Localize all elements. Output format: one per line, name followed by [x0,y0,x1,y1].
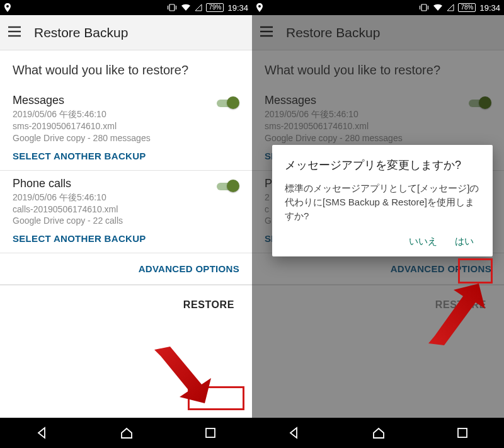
location-icon [256,3,263,12]
dialog-yes-button[interactable]: はい [449,231,480,253]
dialog-title: メッセージアプリを変更しますか? [285,158,480,173]
wifi-icon [433,4,443,11]
change-sms-app-dialog: メッセージアプリを変更しますか? 標準のメッセージアプリとして[メッセージ]の代… [272,145,493,256]
recents-button[interactable] [204,427,217,439]
messages-section: Messages 2019/05/06 午後5:46:10 sms-201905… [0,88,252,171]
dialog-body: 標準のメッセージアプリとして[メッセージ]の代わりに[SMS Backup & … [285,181,480,222]
dialog-actions: いいえ はい [285,231,480,253]
vibrate-icon [419,4,429,11]
calls-title: Phone calls [13,177,239,190]
messages-toggle[interactable] [217,96,239,109]
back-button[interactable] [35,426,49,440]
restore-row: RESTORE [0,285,252,325]
vibrate-icon [167,4,177,11]
app-title: Restore Backup [34,25,128,40]
status-bar: 78% 19:34 [252,0,504,15]
page-heading: What would you like to restore? [0,50,252,88]
messages-title: Messages [13,94,239,107]
calls-info: Google Drive copy - 22 calls [13,215,239,227]
screen-right: 78% 19:34 Restore Backup What would you … [252,0,504,448]
signal-icon [195,4,202,11]
messages-select-another[interactable]: SELECT ANOTHER BACKUP [13,151,239,161]
battery-level: 78% [458,3,476,12]
content: What would you like to restore? Messages… [0,50,252,418]
home-button[interactable] [120,426,134,440]
calls-select-another[interactable]: SELECT ANOTHER BACKUP [13,233,239,244]
status-bar: 79% 19:34 [0,0,252,15]
messages-date: 2019/05/06 午後5:46:10 [13,108,239,120]
screen-left: 79% 19:34 Restore Backup What would you … [0,0,252,448]
svg-rect-14 [458,428,467,437]
advanced-row: ADVANCED OPTIONS [0,253,252,285]
restore-button[interactable]: RESTORE [178,297,239,313]
messages-info: Google Drive copy - 280 messages [13,132,239,144]
calls-file: calls-20190506174610.xml [13,204,239,215]
dialog-no-button[interactable]: いいえ [403,231,444,253]
messages-file: sms-20190506174610.xml [13,120,239,132]
location-icon [4,3,11,12]
svg-rect-8 [421,4,427,11]
calls-date: 2019/05/06 午後5:46:10 [13,192,239,204]
app-bar: Restore Backup [0,15,252,50]
clock: 19:34 [479,3,500,13]
nav-bar [252,418,504,448]
calls-toggle[interactable] [217,180,239,192]
signal-icon [447,4,454,11]
recents-button[interactable] [456,427,469,439]
battery-level: 79% [206,3,224,12]
advanced-options-button[interactable]: ADVANCED OPTIONS [139,263,239,274]
back-button[interactable] [287,426,301,440]
clock: 19:34 [227,3,248,13]
svg-rect-0 [169,4,175,11]
home-button[interactable] [372,426,386,440]
menu-icon[interactable] [8,26,21,40]
svg-rect-6 [206,428,215,437]
wifi-icon [181,4,191,11]
nav-bar [0,418,252,448]
calls-section: Phone calls 2019/05/06 午後5:46:10 calls-2… [0,171,252,254]
